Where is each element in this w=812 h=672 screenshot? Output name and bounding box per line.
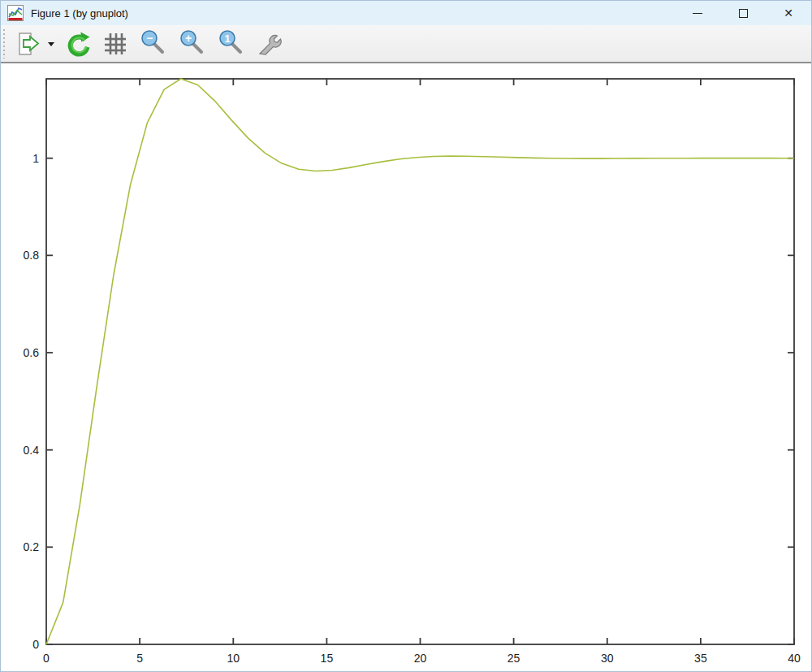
x-tick-label: 5: [136, 652, 143, 665]
zoom-in-icon: +: [178, 29, 207, 59]
maximize-button[interactable]: [720, 1, 766, 25]
gnuplot-figure-window: Figure 1 (by gnuplot) ✕: [0, 0, 812, 672]
zoom-in-glyph: +: [185, 31, 192, 44]
plot-region: 051015202530354000.20.40.60.81: [1, 65, 812, 672]
y-tick-label: 0.2: [24, 540, 40, 553]
zoom-out-button[interactable]: −: [136, 28, 171, 60]
toolbar: − + 1: [1, 25, 811, 63]
grid-icon: [102, 30, 129, 58]
export-dropdown-caret-icon[interactable]: [48, 42, 54, 46]
wrench-icon: [256, 30, 283, 58]
x-tick-label: 25: [508, 652, 520, 665]
x-tick-label: 40: [788, 652, 801, 665]
close-icon: ✕: [784, 7, 793, 19]
x-tick-label: 20: [414, 652, 427, 665]
zoom-out-glyph: −: [146, 31, 153, 44]
toggle-grid-button[interactable]: [98, 28, 132, 60]
plot-border: [46, 79, 794, 644]
configure-button[interactable]: [253, 28, 287, 60]
y-tick-label: 0.6: [24, 346, 40, 359]
y-tick-label: 1: [32, 152, 39, 165]
zoom-reset-icon: 1: [217, 29, 246, 59]
x-tick-label: 30: [601, 652, 614, 665]
zoom-reset-glyph: 1: [224, 32, 230, 44]
maximize-icon: [739, 9, 748, 18]
minimize-icon: [693, 13, 702, 14]
close-button[interactable]: ✕: [766, 1, 811, 25]
export-plot-button[interactable]: [10, 28, 44, 60]
replot-button[interactable]: [61, 28, 95, 60]
replot-refresh-icon: [64, 30, 92, 58]
y-tick-label: 0.4: [24, 444, 40, 457]
minimize-button[interactable]: [675, 1, 720, 25]
toolbar-grip[interactable]: [2, 29, 6, 59]
y-tick-label: 0: [32, 638, 39, 651]
zoom-out-icon: −: [139, 29, 168, 59]
window-titlebar[interactable]: Figure 1 (by gnuplot) ✕: [1, 1, 811, 25]
window-title: Figure 1 (by gnuplot): [31, 7, 128, 20]
gnuplot-logo-icon: [7, 5, 24, 21]
x-tick-label: 35: [694, 652, 707, 665]
x-tick-label: 0: [43, 652, 50, 665]
y-tick-label: 0.8: [24, 249, 40, 262]
plot-canvas[interactable]: 051015202530354000.20.40.60.81: [1, 65, 812, 672]
step-response-curve: [46, 79, 794, 644]
x-tick-label: 10: [227, 652, 240, 665]
x-tick-label: 15: [321, 652, 334, 665]
zoom-reset-button[interactable]: 1: [214, 28, 249, 60]
export-plot-icon: [13, 30, 41, 58]
zoom-in-button[interactable]: +: [175, 28, 210, 60]
